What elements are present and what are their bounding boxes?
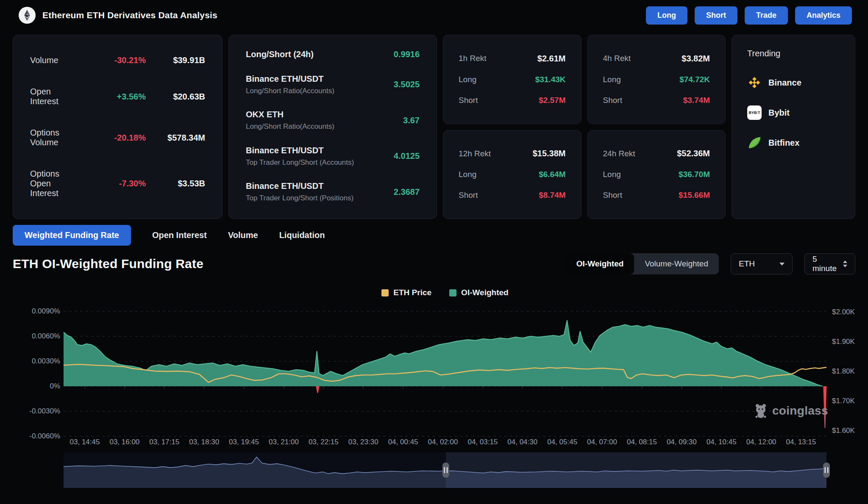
chart-legend: ETH Price OI-Weighted <box>64 288 826 297</box>
navigator-handle[interactable] <box>823 462 830 478</box>
derivatives-dashboard: Ethereum ETH Derivatives Data Analysis L… <box>0 0 868 504</box>
navigator-selected-range[interactable] <box>446 452 826 488</box>
legend-label: OI-Weighted <box>461 288 509 297</box>
watermark-text: coinglass <box>772 404 828 418</box>
navigator-handle[interactable] <box>442 462 449 478</box>
coinglass-watermark: coinglass <box>754 403 828 418</box>
eth-price-swatch-icon <box>381 289 389 296</box>
oi-weighted-swatch-icon <box>449 289 456 296</box>
legend-item-eth-price[interactable]: ETH Price <box>381 288 431 297</box>
funding-rate-chart[interactable] <box>0 0 868 504</box>
coinglass-logo-icon <box>754 403 768 418</box>
legend-label: ETH Price <box>393 288 431 297</box>
legend-item-oi-weighted[interactable]: OI-Weighted <box>449 288 509 297</box>
